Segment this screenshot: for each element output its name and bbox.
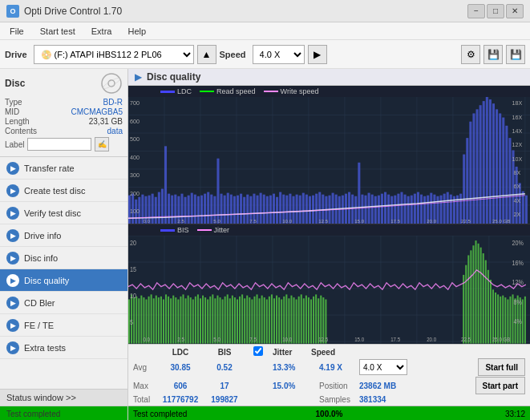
title-bar: O Opti Drive Control 1.70 − □ ✕	[0, 0, 530, 22]
svg-rect-128	[476, 109, 479, 224]
jitter-col-header: Jitter	[273, 348, 311, 357]
main-content: ▶ Disc quality LDC Read speed Write spee…	[128, 69, 530, 420]
extra-tests-label: Extra tests	[24, 343, 66, 353]
svg-rect-33	[164, 146, 167, 224]
chart-title: Disc quality	[147, 71, 200, 83]
x2-label-175: 17.5	[390, 337, 400, 343]
svg-rect-265	[522, 300, 524, 344]
svg-rect-250	[485, 260, 487, 344]
svg-rect-186	[192, 300, 194, 344]
status-window-button[interactable]: Status window >>	[0, 389, 127, 406]
svg-rect-39	[184, 197, 187, 224]
chart-header: ▶ Disc quality	[128, 69, 530, 86]
svg-rect-233	[308, 298, 310, 344]
sidebar-item-disc-info[interactable]: ▶ Disc info	[0, 247, 127, 269]
write-speed-legend-label: Write speed	[281, 87, 319, 95]
svg-rect-61	[257, 196, 259, 224]
svg-rect-234	[310, 300, 312, 344]
svg-rect-184	[188, 296, 189, 344]
disc-label-input[interactable]	[27, 138, 91, 151]
y-right-16x: 16X	[512, 115, 523, 121]
svg-rect-67	[276, 197, 278, 224]
menu-extra[interactable]: Extra	[85, 25, 119, 38]
y-label-500: 500	[130, 136, 140, 143]
disc-button[interactable]: 💾	[483, 45, 503, 64]
sidebar-item-verify-test-disc[interactable]: ▶ Verify test disc	[0, 202, 127, 224]
bis-legend-color	[160, 229, 175, 232]
sidebar-item-drive-info[interactable]: ▶ Drive info	[0, 224, 127, 247]
svg-rect-90	[351, 195, 354, 224]
svg-rect-94	[364, 196, 366, 224]
speed-select-toolbar[interactable]: 4.0 X 1.0 X 2.0 X 8.0 X	[253, 45, 305, 64]
x-label-250: 25.0 GB	[492, 218, 510, 224]
y-label-700: 700	[130, 100, 140, 107]
sidebar-item-disc-quality[interactable]: ▶ Disc quality	[0, 269, 127, 292]
avg-label: Avg	[133, 363, 157, 372]
x-label-175: 17.5	[390, 218, 401, 224]
speed-select-stats[interactable]: 4.0 X 2.0 X 8.0 X	[359, 359, 407, 375]
total-label: Total	[133, 395, 157, 404]
svg-point-0	[102, 74, 121, 93]
minimize-button[interactable]: −	[467, 4, 485, 18]
write-speed-legend: Write speed	[264, 87, 319, 95]
start-full-button[interactable]: Start full	[478, 358, 525, 376]
sidebar-item-create-test-disc[interactable]: ▶ Create test disc	[0, 180, 127, 202]
svg-rect-135	[499, 113, 501, 224]
start-part-button[interactable]: Start part	[475, 377, 525, 394]
contents-label: Contents	[5, 127, 37, 135]
y-label-300: 300	[130, 172, 140, 179]
svg-rect-112	[423, 196, 426, 224]
svg-rect-50	[220, 194, 223, 224]
avg-speed: 4.19 X	[319, 363, 359, 372]
svg-rect-143	[525, 196, 528, 224]
menu-file[interactable]: File	[3, 25, 30, 38]
svg-rect-200	[227, 295, 229, 344]
svg-rect-177	[170, 299, 172, 344]
svg-rect-47	[210, 195, 212, 224]
drive-select[interactable]: 📀 (F:) ATAPI iHBS112 2 PL06	[34, 45, 194, 64]
y-label-100: 100	[130, 208, 140, 215]
top-chart-legend: LDC Read speed Write speed	[128, 86, 530, 97]
menu-start-test[interactable]: Start test	[34, 25, 82, 38]
svg-rect-199	[225, 297, 226, 344]
svg-rect-32	[161, 189, 164, 224]
svg-rect-110	[417, 192, 419, 224]
svg-rect-242	[465, 265, 467, 344]
svg-rect-245	[472, 246, 474, 344]
svg-rect-77	[309, 196, 311, 224]
mid-label: MID	[5, 107, 19, 116]
svg-rect-58	[246, 195, 249, 224]
svg-rect-68	[279, 192, 281, 224]
sidebar-item-cd-bler[interactable]: ▶ CD Bler	[0, 292, 127, 314]
eject-button[interactable]: ▲	[197, 45, 216, 64]
settings-button[interactable]: ⚙	[461, 45, 480, 64]
x-label-0: 0.0	[143, 218, 150, 224]
sidebar-item-extra-tests[interactable]: ▶ Extra tests	[0, 337, 127, 359]
menu-help[interactable]: Help	[121, 25, 152, 38]
close-button[interactable]: ✕	[506, 4, 524, 18]
cd-bler-label: CD Bler	[24, 298, 55, 308]
samples-value: 381334	[359, 395, 415, 404]
svg-rect-243	[467, 256, 469, 344]
sidebar: Disc Type BD-R MID CMCMAGBA5 Length 23,3…	[0, 69, 128, 420]
svg-rect-45	[204, 194, 206, 224]
y-bottom-10: 10	[130, 293, 137, 301]
ldc-col-header: LDC	[157, 348, 204, 357]
svg-rect-253	[492, 290, 494, 344]
svg-rect-266	[524, 297, 526, 344]
y-right-4x: 4X	[514, 198, 521, 204]
svg-rect-54	[233, 196, 236, 224]
sidebar-item-fe-te[interactable]: ▶ FE / TE	[0, 314, 127, 337]
save-button[interactable]: 💾	[506, 45, 525, 64]
maximize-button[interactable]: □	[487, 4, 504, 18]
jitter-checkbox[interactable]	[253, 346, 263, 356]
bottom-chart-svg: 20 15 10 5 20% 16% 12% 8% 4% 0.0 2.5 5.0…	[128, 236, 530, 344]
svg-rect-63	[263, 195, 265, 224]
svg-rect-34	[168, 194, 170, 224]
max-ldc: 606	[157, 382, 204, 390]
speed-icon-button[interactable]: ▶	[308, 45, 327, 64]
jitter-checkbox-wrapper[interactable]	[253, 346, 273, 357]
svg-rect-46	[207, 192, 209, 224]
sidebar-item-transfer-rate[interactable]: ▶ Transfer rate	[0, 157, 127, 180]
label-edit-button[interactable]: ✍	[95, 137, 109, 151]
